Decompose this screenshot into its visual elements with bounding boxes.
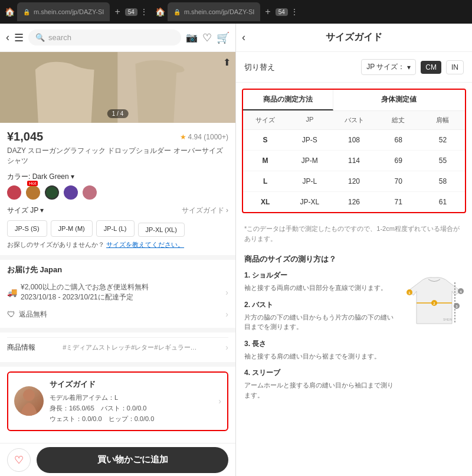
camera-icon[interactable]: 📷 xyxy=(186,32,198,43)
table-row-xl: XL JP-XL 126 71 61 xyxy=(243,192,465,212)
product-details: ¥1,045 ★ 4.94 (1000+) DAZY スローガングラフィック ド… xyxy=(0,123,235,443)
table-row-m: M JP-M 114 69 55 xyxy=(243,151,465,171)
size-guide-box[interactable]: サイズガイド モデル着用アイテム：L 身長：165.0/65 バスト：0.0/0… xyxy=(7,371,228,432)
cell-shoulder-xl: 61 xyxy=(421,192,465,212)
model-info-2: 身長：165.0/65 バスト：0.0/0.0 xyxy=(50,403,154,414)
wishlist-button[interactable]: ♡ xyxy=(7,448,31,472)
back-button-right[interactable]: ‹ xyxy=(242,31,245,44)
col-jp: JP xyxy=(287,111,332,129)
product-rating: ★ 4.94 (1000+) xyxy=(180,133,228,141)
cell-jp-xl: JP-XL xyxy=(287,192,332,212)
svg-point-3 xyxy=(23,389,35,401)
measure-title-length: 3. 長さ xyxy=(244,339,399,349)
size-guide-title: サイズガイド xyxy=(50,379,154,391)
body-measurement-header: 身体測定値 xyxy=(333,90,465,110)
left-tab-url: m.shein.com/jp/DAZY-SI xyxy=(34,8,104,15)
new-tab-left[interactable]: + xyxy=(112,6,122,17)
jp-size-select[interactable]: JP サイズ： ▾ xyxy=(361,59,416,75)
search-box[interactable]: 🔍 search xyxy=(28,30,181,45)
right-tab-count: 54 xyxy=(276,8,288,16)
cm-button[interactable]: CM xyxy=(421,61,441,74)
color-swatch-2[interactable]: Hot xyxy=(26,185,40,200)
cell-jp-m: JP-M xyxy=(287,151,332,171)
measure-content: 1. ショルダー 袖と接する両肩の縫い目部分を直線で測ります。 2. バスト 片… xyxy=(244,270,464,407)
switch-row: 切り替え JP サイズ： ▾ CM IN xyxy=(236,52,472,83)
cell-length-l: 70 xyxy=(376,171,421,191)
star-icon: ★ xyxy=(180,133,186,141)
in-button[interactable]: IN xyxy=(446,60,464,74)
color-swatch-5[interactable] xyxy=(83,185,97,200)
switch-label: 切り替え xyxy=(244,62,275,73)
cell-bust-m: 114 xyxy=(332,151,376,171)
search-input[interactable]: search xyxy=(48,33,71,42)
return-text: 返品無料 xyxy=(19,309,225,319)
delivery-free-row[interactable]: 🚚 ¥2,000以上のご購入でお急ぎ便送料無料 2023/10/18 - 202… xyxy=(7,279,228,306)
measure-title-bust: 2. バスト xyxy=(244,300,399,310)
cell-size-xl: XL xyxy=(243,192,287,212)
right-content: 切り替え JP サイズ： ▾ CM IN 商品の測定方法 xyxy=(236,52,472,476)
color-swatch-1[interactable] xyxy=(7,185,21,200)
measure-text-sleeve: アームホールと接する肩の縫い目から袖口まで測ります。 xyxy=(244,380,399,400)
return-row[interactable]: 🛡 返品無料 › xyxy=(7,306,228,323)
size-jp-l[interactable]: JP-L (L) xyxy=(96,220,135,237)
left-browser-tab[interactable]: 🔒 m.shein.com/jp/DAZY-SI xyxy=(17,2,110,21)
col-bust: バスト xyxy=(332,111,376,129)
color-swatches: Hot xyxy=(7,185,228,200)
product-image-area: 1 / 4 ⬆ xyxy=(0,52,235,123)
cell-size-s: S xyxy=(243,130,287,150)
cell-length-s: 68 xyxy=(376,130,421,150)
measure-item-length: 3. 長さ 袖と接する肩の縫い目から裾までを測ります。 xyxy=(244,339,399,361)
measure-text-area: 1. ショルダー 袖と接する両肩の縫い目部分を直線で測ります。 2. バスト 片… xyxy=(244,270,399,407)
color-swatch-4[interactable] xyxy=(64,185,78,200)
model-avatar xyxy=(14,386,44,416)
delivery-free-text: ¥2,000以上のご購入でお急ぎ便送料無料 2023/10/18 - 2023/… xyxy=(21,282,225,302)
lock-icon-left: 🔒 xyxy=(23,9,30,15)
cell-shoulder-m: 55 xyxy=(421,151,465,171)
size-table-section: 商品の測定方法 身体測定値 サイズ JP バスト 総丈 肩幅 S xyxy=(242,89,466,213)
share-icon[interactable]: ⬆ xyxy=(223,57,231,68)
col-shoulder: 肩幅 xyxy=(421,111,465,129)
measurement-header: 商品の測定方法 xyxy=(243,90,333,110)
add-to-cart-button[interactable]: 買い物かごに追加 xyxy=(37,447,228,473)
delivery-title: お届け先 Japan xyxy=(7,265,228,275)
home-icon-left[interactable]: 🏠 xyxy=(5,7,15,17)
right-nav-bar: ‹ サイズガイド xyxy=(236,24,472,52)
product-info-row[interactable]: 商品情報 #ミディアムストレッチ#レター#レギュラーフ... › xyxy=(7,337,228,357)
size-tell-us-link[interactable]: サイズを教えてください。 xyxy=(106,241,184,248)
back-button-left[interactable]: ‹ xyxy=(6,31,9,44)
cell-bust-l: 120 xyxy=(332,171,376,191)
delivery-truck-icon: 🚚 xyxy=(7,288,17,297)
size-guide-link[interactable]: サイズガイド › xyxy=(182,206,228,216)
wishlist-icon-nav[interactable]: ♡ xyxy=(202,31,212,44)
size-jp-s[interactable]: JP-S (S) xyxy=(7,220,47,237)
right-browser-tab[interactable]: 🔒 m.shein.com/jp/DAZY-SI xyxy=(168,2,260,21)
measure-item-bust: 2. バスト 片方の脇の下の縫い目からもう片方の脇の下の縫い目までを測ります。 xyxy=(244,300,399,332)
col-headers: サイズ JP バスト 総丈 肩幅 xyxy=(243,111,465,130)
left-tab-count: 54 xyxy=(125,8,137,16)
search-icon: 🔍 xyxy=(35,33,45,42)
more-options-right[interactable]: ⋮ xyxy=(290,7,299,17)
measure-section: 商品のサイズの測り方は？ 1. ショルダー 袖と接する両肩の縫い目部分を直線で測… xyxy=(236,248,472,413)
size-jp-m[interactable]: JP-M (M) xyxy=(51,220,93,237)
table-section-headers: 商品の測定方法 身体測定値 xyxy=(243,90,465,111)
menu-button[interactable]: ☰ xyxy=(14,31,24,44)
color-swatch-3[interactable] xyxy=(45,185,59,200)
measure-text-bust: 片方の脇の下の縫い目からもう片方の脇の下の縫い目までを測ります。 xyxy=(244,312,399,332)
product-price: ¥1,045 xyxy=(7,130,43,144)
product-info-tags: #ミディアムストレッチ#レター#レギュラーフ... xyxy=(63,343,198,352)
svg-rect-2 xyxy=(118,52,236,123)
product-content: 1 / 4 ⬆ ¥1,045 ★ 4.94 (1000+) DAZY スローガン… xyxy=(0,52,235,443)
size-jp-xl[interactable]: JP-XL (XL) xyxy=(138,223,185,237)
divider-1 xyxy=(0,255,235,260)
cart-icon-nav[interactable]: 🛒 xyxy=(217,31,230,44)
cell-shoulder-s: 52 xyxy=(421,130,465,150)
color-selection: カラー: Dark Green ▾ Hot xyxy=(7,172,228,200)
cell-bust-s: 108 xyxy=(332,130,376,150)
lock-icon-right: 🔒 xyxy=(173,9,181,15)
new-tab-right[interactable]: + xyxy=(263,6,273,17)
right-tab-url: m.shein.com/jp/DAZY-SI xyxy=(184,8,254,15)
dual-browser: ‹ ☰ 🔍 search 📷 ♡ 🛒 xyxy=(0,24,472,476)
size-guide-info: サイズガイド モデル着用アイテム：L 身長：165.0/65 バスト：0.0/0… xyxy=(50,379,154,425)
more-options-left[interactable]: ⋮ xyxy=(140,7,148,17)
home-icon-right[interactable]: 🏠 xyxy=(155,7,165,17)
